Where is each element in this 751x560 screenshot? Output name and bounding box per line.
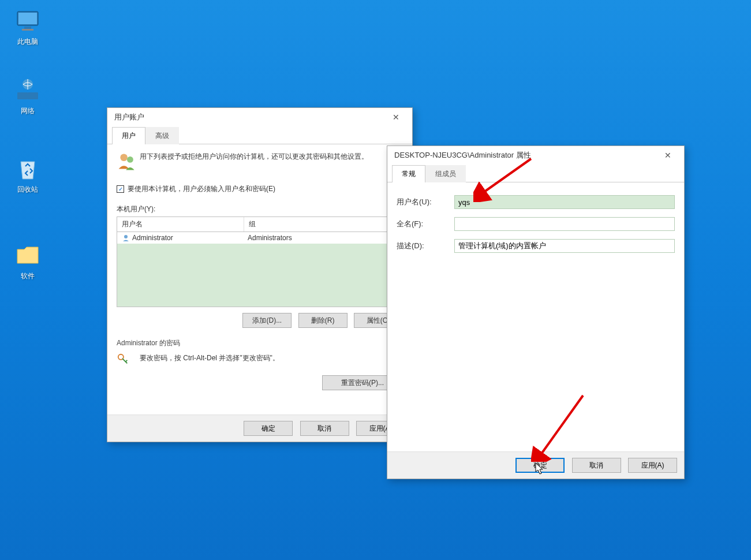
svg-point-8 (127, 156, 133, 163)
cancel-button[interactable]: 取消 (572, 458, 621, 473)
users-icon (117, 151, 140, 174)
add-button[interactable]: 添加(D)... (242, 313, 292, 328)
cell-user: Administrator (132, 234, 248, 242)
col-group[interactable]: 组 (244, 217, 402, 232)
tab-advanced[interactable]: 高级 (145, 127, 179, 144)
description-label: 描述(D): (397, 241, 454, 251)
svg-rect-3 (22, 29, 33, 31)
dialog-title: 用户账户 (114, 112, 144, 122)
desktop-icon-recycle-bin[interactable]: 回收站 (5, 155, 51, 195)
svg-point-9 (124, 235, 128, 238)
password-section-title: Administrator 的密码 (117, 338, 403, 348)
user-accounts-dialog: 用户账户 ✕ 用户 高级 用下列表授予或拒绝用户访问你的计算机，还可以更改其密码… (107, 107, 413, 442)
fullname-input[interactable] (454, 217, 675, 231)
folder-icon (14, 241, 42, 269)
dialog-description: 用下列表授予或拒绝用户访问你的计算机，还可以更改其密码和其他设置。 (140, 151, 368, 162)
dialog-button-row: 确定 取消 应用(A) (107, 415, 412, 442)
desktop-icon-label: 此电脑 (5, 37, 51, 47)
desktop-icon-network[interactable]: 网络 (5, 76, 51, 116)
monitor-icon (14, 7, 42, 35)
ok-button[interactable]: 确定 (244, 421, 293, 436)
description-input[interactable] (454, 239, 675, 253)
cell-group: Administrators (248, 234, 292, 242)
svg-rect-2 (24, 27, 31, 29)
desktop-icon-this-pc[interactable]: 此电脑 (5, 7, 51, 47)
user-icon (122, 234, 130, 242)
col-user[interactable]: 用户名 (117, 217, 244, 232)
tabs: 用户 高级 (107, 126, 412, 144)
password-description: 要改密码，按 Ctrl-Alt-Del 并选择"更改密码"。 (140, 353, 279, 364)
fullname-label: 全名(F): (397, 219, 454, 229)
svg-rect-6 (28, 92, 38, 99)
tab-members[interactable]: 组成员 (425, 165, 466, 182)
close-button[interactable]: ✕ (384, 109, 408, 125)
apply-button[interactable]: 应用(A) (628, 458, 677, 473)
desktop-icon-label: 软件 (5, 271, 51, 281)
list-row[interactable]: Administrator Administrators (117, 232, 402, 244)
close-button[interactable]: ✕ (656, 147, 679, 163)
recycle-bin-icon (14, 155, 42, 182)
checkbox-icon: ✓ (117, 185, 124, 193)
cancel-button[interactable]: 取消 (300, 421, 349, 436)
desktop-icon-label: 回收站 (5, 185, 51, 195)
titlebar[interactable]: 用户账户 ✕ (107, 108, 412, 126)
user-properties-dialog: DESKTOP-NJEU3CG\Administrator 属性 ✕ 常规 组成… (387, 145, 685, 479)
desktop-icon-software[interactable]: 软件 (5, 241, 51, 281)
require-password-checkbox[interactable]: ✓ 要使用本计算机，用户必须输入用户名和密码(E) (117, 184, 275, 194)
user-list[interactable]: Administrator Administrators (117, 232, 403, 307)
key-icon (117, 353, 140, 367)
remove-button[interactable]: 删除(R) (298, 313, 348, 328)
svg-rect-5 (17, 92, 28, 99)
network-icon (14, 76, 42, 104)
tab-general[interactable]: 常规 (392, 165, 425, 182)
username-label: 用户名(U): (397, 197, 454, 207)
dialog-title: DESKTOP-NJEU3CG\Administrator 属性 (394, 150, 531, 160)
cursor-icon (535, 462, 545, 477)
username-input[interactable] (454, 195, 675, 209)
desktop-icon-label: 网络 (5, 106, 51, 116)
list-header: 用户名 组 (117, 216, 403, 232)
titlebar[interactable]: DESKTOP-NJEU3CG\Administrator 属性 ✕ (387, 146, 684, 165)
checkbox-label: 要使用本计算机，用户必须输入用户名和密码(E) (128, 184, 275, 194)
svg-point-7 (120, 154, 128, 162)
svg-rect-1 (18, 13, 37, 24)
tab-users[interactable]: 用户 (112, 127, 145, 144)
list-label: 本机用户(Y): (117, 204, 403, 214)
tabs: 常规 组成员 (387, 165, 684, 182)
